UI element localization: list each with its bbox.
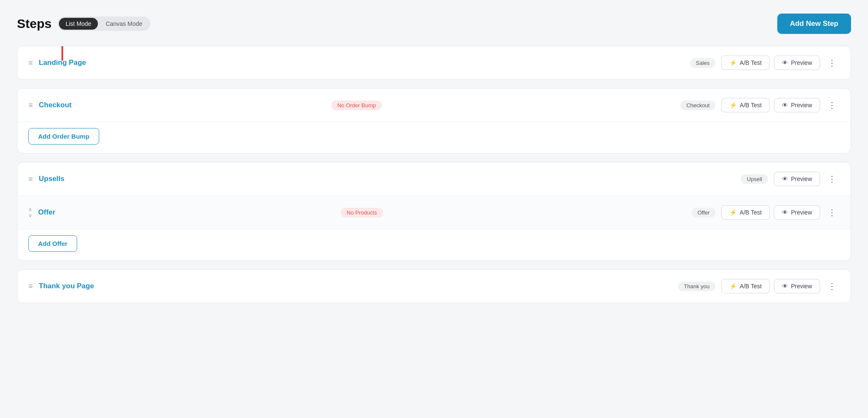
step-card-thank-you: ≡ Thank you Page Thank you ⚡ A/B Test 👁 …: [17, 269, 851, 303]
preview-button-upsells[interactable]: 👁 Preview: [774, 172, 820, 186]
step-actions-landing-page: ⚡ A/B Test 👁 Preview ⋮: [721, 56, 840, 70]
chevron-updown-icon[interactable]: ∧ ∨: [28, 206, 32, 219]
more-button-landing-page[interactable]: ⋮: [824, 57, 840, 69]
add-new-step-button[interactable]: Add New Step: [777, 14, 851, 34]
type-badge-offer: Offer: [692, 208, 716, 217]
sub-row-offer: Add Offer: [17, 229, 851, 260]
drag-icon-upsells: ≡: [28, 175, 33, 184]
step-name-checkout[interactable]: Checkout: [39, 101, 326, 109]
step-actions-checkout: ⚡ A/B Test 👁 Preview ⋮: [721, 98, 840, 112]
eye-icon-offer: 👁: [782, 209, 788, 216]
page-title: Steps: [17, 17, 52, 31]
step-actions-upsells: 👁 Preview ⋮: [774, 172, 840, 186]
type-badge-thank-you: Thank you: [678, 281, 716, 291]
ab-test-button-thank-you[interactable]: ⚡ A/B Test: [721, 279, 770, 293]
step-name-landing-page[interactable]: Landing Page: [39, 59, 86, 67]
arrow-annotation: Landing Page: [39, 59, 86, 67]
eye-icon-upsells: 👁: [782, 176, 788, 182]
preview-button-thank-you[interactable]: 👁 Preview: [774, 279, 820, 293]
more-button-thank-you[interactable]: ⋮: [824, 280, 840, 292]
ab-test-button-checkout[interactable]: ⚡ A/B Test: [721, 98, 770, 112]
warning-badge-checkout: No Order Bump: [331, 100, 382, 110]
ab-test-button-offer[interactable]: ⚡ A/B Test: [721, 205, 770, 220]
ab-test-icon-checkout: ⚡: [729, 102, 737, 109]
step-row-offer: ∧ ∨ Offer No Products Offer ⚡ A/B Test 👁…: [17, 195, 851, 229]
eye-icon: 👁: [782, 59, 788, 66]
drag-icon-thank-you: ≡: [28, 282, 33, 291]
more-button-offer[interactable]: ⋮: [824, 206, 840, 218]
type-badge-checkout: Checkout: [680, 100, 715, 110]
preview-button-offer[interactable]: 👁 Preview: [774, 205, 820, 220]
add-order-bump-button[interactable]: Add Order Bump: [28, 128, 99, 145]
more-button-checkout[interactable]: ⋮: [824, 99, 840, 111]
drag-icon-checkout: ≡: [28, 101, 33, 110]
step-row-checkout: ≡ Checkout No Order Bump Checkout ⚡ A/B …: [17, 89, 851, 122]
eye-icon-checkout: 👁: [782, 102, 788, 109]
step-actions-thank-you: ⚡ A/B Test 👁 Preview ⋮: [721, 279, 840, 293]
step-name-thank-you[interactable]: Thank you Page: [39, 282, 353, 290]
step-name-offer[interactable]: Offer: [38, 208, 335, 217]
steps-list: ≡ Landing Page Sales ⚡ A/B Test: [17, 46, 851, 303]
step-card-landing-page: ≡ Landing Page Sales ⚡ A/B Test: [17, 46, 851, 80]
header-left: Steps List Mode Canvas Mode: [17, 17, 150, 31]
ab-test-icon-offer: ⚡: [729, 209, 737, 216]
step-row-thank-you: ≡ Thank you Page Thank you ⚡ A/B Test 👁 …: [17, 270, 851, 303]
sub-row-checkout: Add Order Bump: [17, 122, 851, 153]
ab-test-icon-thank-you: ⚡: [729, 283, 737, 290]
preview-button-landing-page[interactable]: 👁 Preview: [774, 56, 820, 70]
mode-toggle: List Mode Canvas Mode: [58, 17, 150, 31]
step-actions-offer: ⚡ A/B Test 👁 Preview ⋮: [721, 205, 840, 220]
ab-test-icon: ⚡: [729, 59, 737, 66]
preview-button-checkout[interactable]: 👁 Preview: [774, 98, 820, 112]
canvas-mode-button[interactable]: Canvas Mode: [99, 18, 149, 30]
list-mode-button[interactable]: List Mode: [59, 18, 98, 30]
ab-test-button-landing-page[interactable]: ⚡ A/B Test: [721, 56, 770, 70]
eye-icon-thank-you: 👁: [782, 283, 788, 290]
add-offer-button[interactable]: Add Offer: [28, 235, 77, 252]
step-name-upsells[interactable]: Upsells: [39, 175, 384, 183]
more-button-upsells[interactable]: ⋮: [824, 173, 840, 185]
step-card-checkout: ≡ Checkout No Order Bump Checkout ⚡ A/B …: [17, 88, 851, 153]
drag-icon: ≡: [28, 59, 33, 67]
page-header: Steps List Mode Canvas Mode Add New Step: [17, 14, 851, 34]
step-row-upsells: ≡ Upsells Upsell 👁 Preview ⋮: [17, 162, 851, 195]
type-badge-upsells: Upsell: [741, 174, 768, 184]
step-card-upsells: ≡ Upsells Upsell 👁 Preview ⋮ ∧ ∨ Offer N…: [17, 162, 851, 261]
step-row-landing-page: ≡ Landing Page Sales ⚡ A/B Test: [17, 46, 851, 79]
warning-badge-offer: No Products: [341, 208, 383, 217]
type-badge-landing-page: Sales: [690, 58, 716, 68]
